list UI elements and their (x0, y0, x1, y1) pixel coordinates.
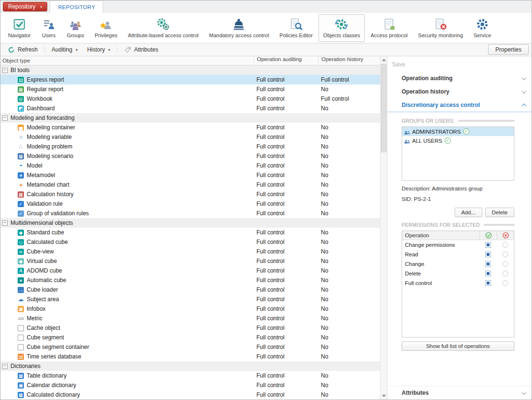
object-row-workbook[interactable]: ◎WorkbookFull controlFull control (0, 94, 380, 104)
ribbon-item-label: Mandatory access control (209, 32, 269, 38)
object-row-metamodel-chart[interactable]: ◕Metamodel chartFull controlNo (0, 180, 380, 189)
deny-column-icon[interactable] (497, 231, 514, 240)
table-scrollbar[interactable] (380, 56, 387, 400)
auditing-cell: Full control (254, 267, 318, 274)
refresh-button[interactable]: Refresh (3, 45, 42, 55)
history-cell: No (318, 210, 380, 217)
group-row-bi-tools[interactable]: BI tools (0, 65, 380, 75)
allow-checkbox[interactable] (485, 280, 491, 286)
privileges-icon (99, 17, 113, 32)
auditing-dropdown[interactable]: Auditing ▾ (47, 45, 82, 54)
object-row-subject-area[interactable]: ☁Subject areaFull controlNo (0, 295, 380, 304)
allow-checkbox[interactable] (485, 261, 491, 267)
object-row-modeling-scenario[interactable]: ▦Modeling scenarioFull controlNo (0, 151, 380, 161)
properties-button[interactable]: Properties (488, 44, 529, 55)
ribbon-item-security-monitoring[interactable]: Security monitoring (414, 14, 468, 42)
object-row-standard-cube[interactable]: ◆Standard cubeFull controlNo (0, 228, 380, 237)
allow-checkbox[interactable] (485, 252, 491, 257)
delete-button[interactable]: Delete (485, 208, 514, 217)
object-row-calculated-dictionary[interactable]: ▦Calculated dictionaryFull controlNo (0, 390, 380, 400)
ribbon-item-users[interactable]: Users (36, 14, 61, 42)
permission-row-delete: Delete (402, 269, 514, 278)
collapse-icon[interactable] (2, 116, 8, 121)
object-row-time-series-database[interactable]: ▤Time series databaseFull controlNo (0, 352, 380, 361)
ribbon-item-navigator[interactable]: Navigator (3, 14, 35, 42)
ribbon-item-mandatory-access-control[interactable]: Mandatory access control (204, 14, 274, 42)
object-row-regular-report[interactable]: ▦Regular reportFull controlNo (0, 84, 380, 94)
object-row-calculated-cube[interactable]: ◇Calculated cubeFull controlNo (0, 237, 380, 247)
section-operation-auditing[interactable]: Operation auditing (387, 72, 532, 85)
object-row-metamodel[interactable]: ∗MetamodelFull controlNo (0, 170, 380, 180)
object-row-validation-rule[interactable]: ✓Validation ruleFull controlNo (0, 199, 380, 209)
object-row-modeling-variable[interactable]: ○Modeling variableFull controlNo (0, 132, 380, 142)
allow-checkbox[interactable] (485, 242, 491, 248)
collapse-icon[interactable] (2, 221, 8, 226)
ribbon-item-attribute-based-access-control[interactable]: Attribute-based access control (123, 14, 203, 42)
section-discretionary-access-control[interactable]: Discretionary access control (387, 98, 532, 112)
object-row-virtual-cube[interactable]: ◆Virtual cubeFull controlNo (0, 256, 380, 266)
object-row-cube-view[interactable]: ∞Cube-viewFull controlNo (0, 247, 380, 256)
object-row-group-of-validation-rules[interactable]: ✓Group of validation rulesFull controlNo (0, 209, 380, 218)
column-header-operation-auditing[interactable]: Operation auditing (254, 56, 318, 65)
collapse-icon[interactable] (2, 68, 8, 73)
group-row-dictionaries[interactable]: Dictionaries (0, 361, 380, 371)
object-row-dashboard[interactable]: ◩DashboardFull controlNo (0, 104, 380, 113)
object-label: Regular report (27, 86, 64, 93)
ribbon-item-policies-editor[interactable]: Policies Editor (275, 14, 318, 42)
deny-checkbox[interactable] (502, 280, 508, 286)
deny-checkbox[interactable] (502, 271, 508, 276)
object-row-cube-segment[interactable]: Cube segmentFull controlNo (0, 333, 380, 342)
object-row-model[interactable]: ◓ModelFull controlNo (0, 161, 380, 170)
object-row-metric[interactable]: 123MetricFull controlNo (0, 314, 380, 323)
ribbon-item-privileges[interactable]: Privileges (90, 14, 122, 42)
object-row-automatic-cube[interactable]: ∗Automatic cubeFull controlNo (0, 275, 380, 285)
save-button[interactable]: Save (387, 56, 532, 72)
object-row-calculation-history[interactable]: ▦Calculation historyFull controlNo (0, 189, 380, 199)
allow-column-icon[interactable] (479, 231, 497, 240)
section-operation-history[interactable]: Operation history (387, 85, 532, 98)
allow-checkbox[interactable] (485, 271, 491, 276)
group-row-multidimensional-objects[interactable]: Multidimensional objects (0, 218, 380, 228)
column-header-object-type[interactable]: Object type (0, 56, 254, 65)
section-attributes[interactable]: Attributes (387, 386, 532, 400)
permission-row-full-control: Full control (402, 278, 514, 288)
object-row-express-report[interactable]: ▤Express reportFull controlFull control (0, 75, 380, 84)
object-row-infobox[interactable]: ▣InfoboxFull controlNo (0, 304, 380, 314)
show-full-list-button[interactable]: Show full list of operations (402, 341, 514, 351)
ribbon-item-objects-classes[interactable]: Objects classes (319, 14, 365, 42)
tab-repository[interactable]: REPOSITORY (50, 0, 103, 13)
deny-checkbox[interactable] (502, 261, 508, 267)
object-row-table-dictionary[interactable]: ▦Table dictionaryFull controlNo (0, 371, 380, 380)
deny-checkbox[interactable] (502, 242, 508, 248)
scrollbar-thumb[interactable] (381, 64, 386, 152)
ribbon-item-service[interactable]: Service (469, 14, 496, 42)
cube-view-icon: ∞ (18, 249, 24, 255)
ribbon-item-groups[interactable]: Groups (62, 14, 89, 42)
object-row-modeling-problem[interactable]: ∴Modeling problemFull controlNo (0, 142, 380, 151)
operation-column-header[interactable]: Operation (402, 232, 479, 238)
ribbon-item-label: Attribute-based access control (128, 32, 199, 38)
add-button[interactable]: Add... (455, 208, 482, 217)
object-row-modeling-container[interactable]: ▅Modeling containerFull controlNo (0, 123, 380, 132)
object-row-calendar-dictionary[interactable]: ▣Calendar dictionaryFull controlNo (0, 380, 380, 390)
collapse-icon[interactable] (2, 364, 8, 369)
attributes-button[interactable]: Attributes (120, 45, 163, 55)
group-row-modeling-and-forecasting[interactable]: Modeling and forecasting (0, 113, 380, 123)
object-row-adomd-cube[interactable]: AADOMD cubeFull controlNo (0, 266, 380, 275)
deny-checkbox[interactable] (502, 252, 508, 257)
object-row-cube-segment-container[interactable]: Cube segment containerFull controlNo (0, 342, 380, 352)
object-row-cache-object[interactable]: Cache objectFull controlNo (0, 323, 380, 333)
scroll-down-button[interactable] (381, 392, 387, 400)
history-dropdown[interactable]: History ▾ (83, 45, 114, 54)
group-item-all-users[interactable]: ALL USERS✓ (402, 136, 514, 145)
column-header-operation-history[interactable]: Operation history (318, 56, 380, 65)
ribbon-item-access-protocol[interactable]: Access protocol (366, 14, 413, 42)
repository-menu-button[interactable]: Repository ▾ (3, 2, 47, 11)
group-item-administrators[interactable]: ADMINISTRATORS✓ (402, 127, 514, 136)
scroll-up-button[interactable] (381, 56, 387, 63)
object-label: Dashboard (27, 105, 55, 112)
object-row-cube-loader[interactable]: →Cube loaderFull controlNo (0, 285, 380, 295)
history-cell: No (318, 105, 380, 112)
toolbar-separator (117, 46, 117, 53)
groups-users-list[interactable]: ADMINISTRATORS✓ALL USERS✓ (402, 126, 514, 181)
